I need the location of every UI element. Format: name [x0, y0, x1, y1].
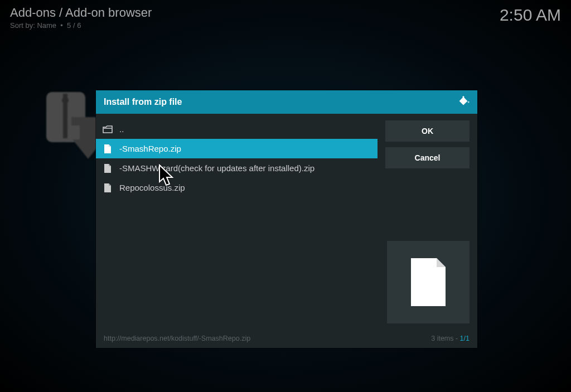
file-item-smashrepo[interactable]: -SmashRepo.zip [96, 139, 378, 158]
file-item-smashwizard[interactable]: -SMASHWizard(check for updates after ins… [96, 158, 378, 178]
breadcrumb: Add-ons / Add-on browser [10, 6, 152, 20]
current-path: http://mediarepos.net/kodistuff/-SmashRe… [104, 335, 250, 342]
cancel-button[interactable]: Cancel [385, 147, 470, 168]
file-preview [387, 241, 470, 323]
svg-rect-3 [64, 100, 67, 110]
file-icon [103, 144, 113, 153]
file-label: -SmashRepo.zip [119, 144, 181, 153]
file-label: .. [119, 124, 124, 134]
zip-install-icon [43, 89, 99, 156]
file-label: -SMASHWizard(check for updates after ins… [119, 163, 314, 173]
file-icon [103, 164, 113, 173]
file-list: .. -SmashRepo.zip -SMASHWizard(check for… [96, 119, 385, 326]
file-label: Repocolossus.zip [119, 183, 185, 192]
kodi-logo-icon [457, 96, 470, 108]
folder-up-icon [103, 125, 113, 133]
ok-button[interactable]: OK [385, 120, 470, 142]
clock: 2:50 AM [500, 6, 561, 25]
install-zip-dialog: Install from zip file .. -SmashRepo.zip [96, 90, 477, 348]
file-item-repocolossus[interactable]: Repocolossus.zip [96, 178, 378, 197]
item-count: 3 items - 1/1 [431, 335, 470, 342]
dialog-title-text: Install from zip file [104, 97, 182, 107]
dialog-titlebar: Install from zip file [96, 90, 477, 114]
parent-dir-item[interactable]: .. [96, 119, 378, 139]
file-icon [103, 183, 113, 192]
sort-info: Sort by: Name • 5 / 6 [10, 21, 152, 30]
